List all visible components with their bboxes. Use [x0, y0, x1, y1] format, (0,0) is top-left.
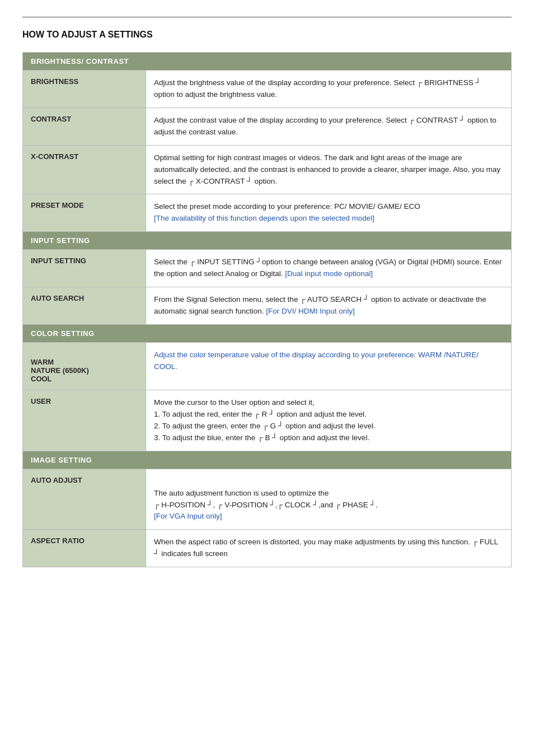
table-row: INPUT SETTING Select the ┌ INPUT SETTING… [23, 250, 512, 287]
desc-text-blue: [For VGA Input only] [154, 512, 222, 520]
row-label-user: USER [23, 390, 146, 451]
row-label-contrast: CONTRAST [23, 108, 146, 145]
row-label-auto-adjust: AUTO ADJUST [23, 469, 146, 530]
section-image-setting: IMAGE SETTING [23, 451, 512, 469]
row-desc-brightness: Adjust the brightness value of the displ… [146, 71, 512, 108]
table-row: AUTO SEARCH From the Signal Selection me… [23, 287, 512, 325]
row-label-aspect-ratio: ASPECT RATIO [23, 530, 146, 567]
row-label-xcontrast: X-CONTRAST [23, 145, 146, 194]
desc-text-blue: [Dual input mode optional] [285, 269, 373, 278]
top-rule [22, 17, 512, 17]
page-title: HOW TO ADJUST A SETTINGS [22, 30, 512, 40]
row-label-warm-nature-cool: WARM NATURE (6500K) COOL [23, 342, 146, 390]
section-brightness-contrast: BRIGHTNESS/ CONTRAST [23, 53, 512, 71]
row-desc-preset-mode: Select the preset mode according to your… [146, 194, 512, 232]
table-row: BRIGHTNESS Adjust the brightness value o… [23, 71, 512, 108]
row-desc-user: Move the cursor to the User option and s… [146, 390, 512, 451]
section-header-label: IMAGE SETTING [23, 451, 512, 469]
row-desc-aspect-ratio: When the aspect ratio of screen is disto… [146, 530, 512, 567]
desc-text-plain: Select the preset mode according to your… [154, 202, 420, 211]
table-row: CONTRAST Adjust the contrast value of th… [23, 108, 512, 145]
settings-table: BRIGHTNESS/ CONTRAST BRIGHTNESS Adjust t… [22, 52, 512, 567]
section-header-label: COLOR SETTING [23, 324, 512, 342]
table-row: ASPECT RATIO When the aspect ratio of sc… [23, 530, 512, 567]
section-color-setting: COLOR SETTING [23, 324, 512, 342]
row-label-brightness: BRIGHTNESS [23, 71, 146, 108]
table-row: USER Move the cursor to the User option … [23, 390, 512, 451]
section-input-setting: INPUT SETTING [23, 232, 512, 250]
section-header-label: BRIGHTNESS/ CONTRAST [23, 53, 512, 71]
desc-text-blue: [For DVI/ HDMI Input only] [266, 307, 354, 315]
row-label-input-setting: INPUT SETTING [23, 250, 146, 287]
row-desc-auto-adjust: The auto adjustment function is used to … [146, 469, 512, 530]
desc-text-blue: [The availability of this function depen… [154, 214, 374, 222]
table-row: AUTO ADJUST The auto adjustment function… [23, 469, 512, 530]
table-row: WARM NATURE (6500K) COOL Adjust the colo… [23, 342, 512, 390]
row-desc-auto-search: From the Signal Selection menu, select t… [146, 287, 512, 325]
table-row: PRESET MODE Select the preset mode accor… [23, 194, 512, 232]
table-row: X-CONTRAST Optimal setting for high cont… [23, 145, 512, 194]
row-desc-input-setting: Select the ┌ INPUT SETTING ┘option to ch… [146, 250, 512, 287]
section-header-label: INPUT SETTING [23, 232, 512, 250]
row-desc-xcontrast: Optimal setting for high contrast images… [146, 145, 512, 194]
row-label-preset-mode: PRESET MODE [23, 194, 146, 232]
warm-label-text: WARM NATURE (6500K) COOL [31, 358, 89, 383]
row-label-auto-search: AUTO SEARCH [23, 287, 146, 325]
desc-text-plain: The auto adjustment function is used to … [154, 489, 378, 509]
row-desc-warm-nature-cool: Adjust the color temperature value of th… [146, 342, 512, 390]
row-desc-contrast: Adjust the contrast value of the display… [146, 108, 512, 145]
